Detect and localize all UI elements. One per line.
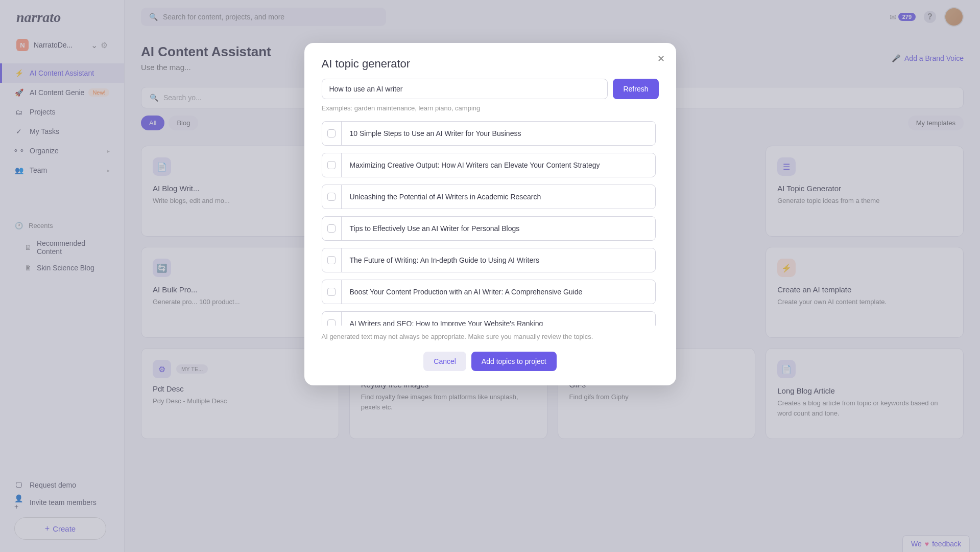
modal-actions: Cancel Add topics to project [322, 352, 659, 371]
input-row: Refresh [322, 79, 659, 99]
topic-item[interactable]: Tips to Effectively Use an AI Writer for… [322, 216, 656, 241]
topic-checkbox[interactable] [322, 122, 342, 145]
topic-text: Boost Your Content Production with an AI… [342, 280, 655, 304]
topic-item[interactable]: Boost Your Content Production with an AI… [322, 280, 656, 304]
topics-list[interactable]: 10 Simple Steps to Use an AI Writer for … [322, 121, 659, 326]
close-button[interactable]: ✕ [657, 53, 665, 64]
topic-text: 10 Simple Steps to Use an AI Writer for … [342, 122, 655, 145]
topic-text: Tips to Effectively Use an AI Writer for… [342, 217, 655, 240]
topic-text: Unleashing the Potential of AI Writers i… [342, 185, 655, 209]
topic-item[interactable]: Maximizing Creative Output: How AI Write… [322, 153, 656, 177]
topic-item[interactable]: AI Writers and SEO: How to Improve Your … [322, 311, 656, 326]
topic-checkbox[interactable] [322, 217, 342, 240]
topic-text: AI Writers and SEO: How to Improve Your … [342, 312, 655, 326]
topic-checkbox[interactable] [322, 153, 342, 177]
topic-checkbox[interactable] [322, 248, 342, 272]
topic-checkbox[interactable] [322, 312, 342, 326]
add-topics-button[interactable]: Add topics to project [471, 352, 557, 371]
examples-text: Examples: garden maintenance, learn pian… [322, 104, 659, 112]
topic-item[interactable]: Unleashing the Potential of AI Writers i… [322, 185, 656, 209]
refresh-button[interactable]: Refresh [613, 79, 658, 99]
topic-item[interactable]: The Future of Writing: An In-depth Guide… [322, 248, 656, 272]
disclaimer-text: AI generated text may not always be appr… [322, 333, 659, 340]
topic-generator-modal: ✕ AI topic generator Refresh Examples: g… [304, 43, 676, 385]
topic-checkbox[interactable] [322, 280, 342, 304]
topic-text: The Future of Writing: An In-depth Guide… [342, 248, 655, 272]
topic-text: Maximizing Creative Output: How AI Write… [342, 153, 655, 177]
modal-title: AI topic generator [322, 57, 659, 71]
cancel-button[interactable]: Cancel [423, 352, 466, 371]
topic-item[interactable]: 10 Simple Steps to Use an AI Writer for … [322, 121, 656, 146]
topic-input[interactable] [322, 79, 608, 99]
topic-checkbox[interactable] [322, 185, 342, 209]
